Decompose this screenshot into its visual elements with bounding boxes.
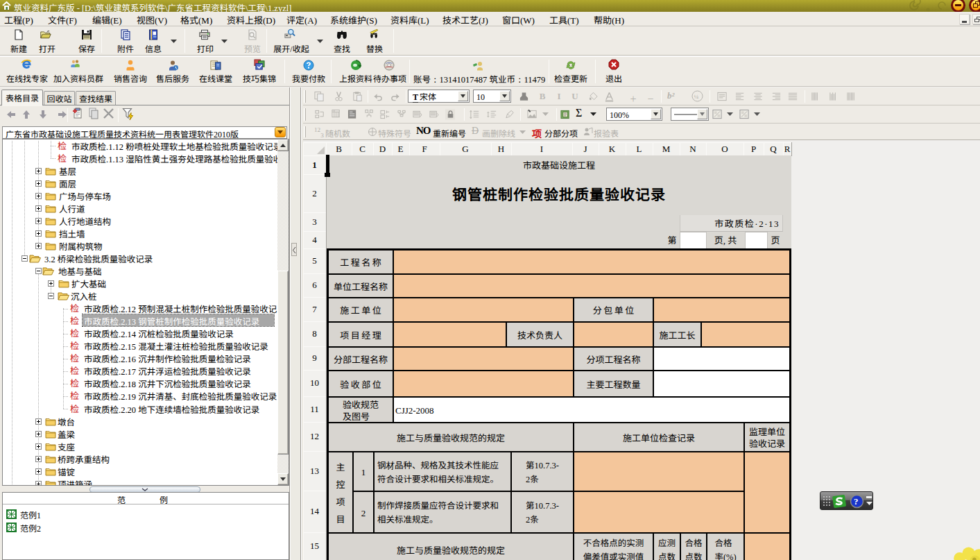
svg-text:¼: ¼ <box>694 92 699 101</box>
svg-text:?: ? <box>854 496 859 507</box>
